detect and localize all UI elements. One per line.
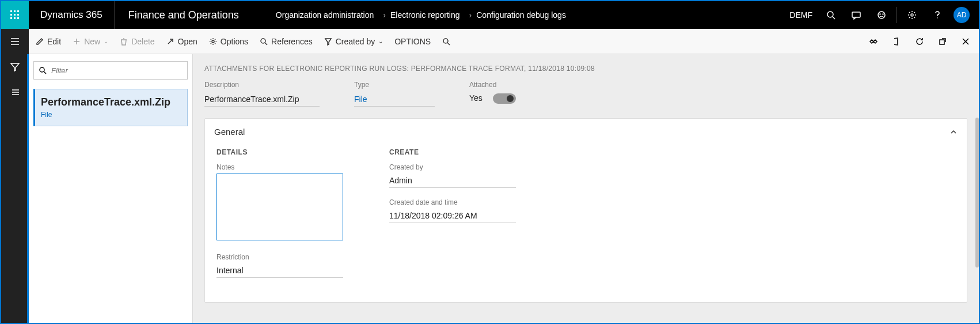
createddate-value[interactable]: 11/18/2018 02:09:26 AM xyxy=(389,209,516,223)
references-button[interactable]: References xyxy=(260,37,313,46)
rail-filter-button[interactable] xyxy=(1,54,29,80)
createdby-value[interactable]: Admin xyxy=(389,174,516,188)
svg-point-14 xyxy=(883,14,883,14)
list-item-title: PerformanceTrace.xml.Zip xyxy=(41,96,181,108)
chevron-down-icon: ⌄ xyxy=(378,38,383,44)
plus-icon xyxy=(73,37,81,46)
type-label: Type xyxy=(354,81,435,89)
trash-icon xyxy=(120,37,128,46)
popout-button[interactable] xyxy=(936,35,949,48)
header-right: DEMF AD xyxy=(789,1,979,29)
open-button[interactable]: Open xyxy=(166,37,197,46)
breadcrumb-item[interactable]: Electronic reporting xyxy=(390,10,460,20)
app-launcher-button[interactable] xyxy=(1,1,29,29)
svg-rect-30 xyxy=(940,40,944,44)
svg-point-13 xyxy=(880,14,880,14)
svg-line-29 xyxy=(447,43,450,45)
list-item[interactable]: PerformanceTrace.xml.Zip File xyxy=(33,89,188,126)
create-column: CREATE Created by Admin Created date and… xyxy=(389,148,516,288)
main: Edit New⌄ Delete Open Options References… xyxy=(29,29,979,323)
user-avatar[interactable]: AD xyxy=(954,7,970,23)
chevron-right-icon: › xyxy=(469,10,472,20)
svg-rect-8 xyxy=(17,17,19,19)
svg-point-28 xyxy=(443,39,448,43)
createdby-filter[interactable]: Created by⌄ xyxy=(324,37,383,46)
svg-rect-5 xyxy=(17,14,19,16)
search-button[interactable] xyxy=(819,1,842,29)
svg-point-26 xyxy=(261,39,265,43)
breadcrumb-item[interactable]: Organization administration xyxy=(276,10,374,20)
refresh-button[interactable] xyxy=(913,35,926,48)
svg-rect-4 xyxy=(14,14,16,16)
attached-toggle[interactable] xyxy=(493,93,516,104)
toolbar-search-button[interactable] xyxy=(442,37,450,46)
help-icon xyxy=(933,10,942,20)
options-button[interactable]: Options xyxy=(209,37,248,46)
search-icon xyxy=(260,37,268,46)
edit-label: Edit xyxy=(47,37,61,46)
attached-field: Attached Yes xyxy=(469,81,516,107)
svg-rect-1 xyxy=(14,10,16,12)
list-item-subtitle: File xyxy=(41,111,181,119)
filter-box[interactable] xyxy=(33,61,188,80)
dev-button[interactable] xyxy=(867,35,880,48)
notes-input[interactable] xyxy=(216,174,343,240)
svg-point-9 xyxy=(827,12,833,17)
svg-rect-3 xyxy=(10,14,12,16)
rail-menu-button[interactable] xyxy=(1,29,29,54)
delete-button[interactable]: Delete xyxy=(120,37,154,46)
divider xyxy=(897,7,897,23)
office-icon xyxy=(892,37,901,46)
restriction-value[interactable]: Internal xyxy=(216,263,343,278)
gear-icon xyxy=(209,37,217,46)
createdby-label: Created by xyxy=(389,163,516,171)
svg-line-27 xyxy=(265,43,267,45)
general-body: DETAILS Notes Restriction Internal CREAT… xyxy=(205,145,967,302)
page-subtitle: Attachments for Electronic reporting run… xyxy=(204,65,967,73)
company-code[interactable]: DEMF xyxy=(789,10,812,20)
createddate-label: Created date and time xyxy=(389,198,516,206)
detail-panel: Attachments for Electronic reporting run… xyxy=(193,54,979,323)
description-value[interactable]: PerformanceTrace.xml.Zip xyxy=(204,92,320,107)
general-card: General DETAILS Notes Restriction Intern… xyxy=(204,118,967,303)
general-header[interactable]: General xyxy=(205,119,967,145)
new-button[interactable]: New⌄ xyxy=(73,37,108,46)
search-icon xyxy=(39,66,47,74)
create-heading: CREATE xyxy=(389,148,516,156)
delete-label: Delete xyxy=(131,37,154,46)
options-caps-label: OPTIONS xyxy=(394,37,431,46)
popout-icon xyxy=(939,37,947,46)
svg-point-12 xyxy=(878,12,885,18)
general-title: General xyxy=(214,127,245,137)
settings-button[interactable] xyxy=(901,1,924,29)
rail-list-button[interactable] xyxy=(1,80,29,105)
createdby-label: Created by xyxy=(336,37,375,46)
help-button[interactable] xyxy=(926,1,949,29)
body: Edit New⌄ Delete Open Options References… xyxy=(1,29,979,323)
references-label: References xyxy=(271,37,313,46)
waffle-icon xyxy=(10,10,20,20)
svg-point-25 xyxy=(212,40,214,43)
search-icon xyxy=(826,10,835,20)
close-button[interactable] xyxy=(959,35,972,48)
brand-name[interactable]: Dynamics 365 xyxy=(29,1,115,29)
header-fields: Description PerformanceTrace.xml.Zip Typ… xyxy=(204,81,967,107)
edit-button[interactable]: Edit xyxy=(36,37,61,46)
type-value[interactable]: File xyxy=(354,92,435,107)
diamond-icon xyxy=(869,37,878,46)
office-button[interactable] xyxy=(890,35,903,48)
content: PerformanceTrace.xml.Zip File Attachment… xyxy=(29,54,979,323)
list-icon xyxy=(10,87,20,97)
hamburger-icon xyxy=(10,36,20,47)
restriction-label: Restriction xyxy=(216,253,343,261)
attached-value: Yes xyxy=(469,93,483,103)
chevron-right-icon: › xyxy=(383,10,386,20)
chevron-down-icon: ⌄ xyxy=(104,38,108,44)
filter-input[interactable] xyxy=(51,66,183,75)
messages-button[interactable] xyxy=(845,1,868,29)
feedback-button[interactable] xyxy=(870,1,893,29)
notes-label: Notes xyxy=(216,163,343,171)
options-tab[interactable]: OPTIONS xyxy=(394,37,431,46)
scrollbar[interactable] xyxy=(975,118,979,268)
breadcrumb-item[interactable]: Configuration debug logs xyxy=(476,10,566,20)
